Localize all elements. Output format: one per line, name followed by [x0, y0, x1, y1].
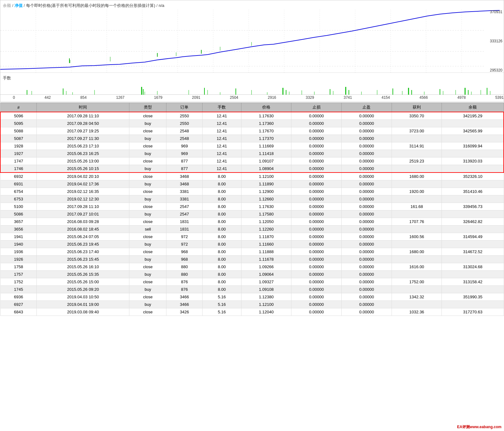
balance-col: 351410.46 [442, 188, 504, 195]
lots-col: 12.41 [203, 150, 241, 157]
price-col: 1.17370 [241, 135, 291, 142]
profit-col [392, 256, 442, 263]
sl-col: 0.00000 [291, 142, 342, 150]
x-label-10: 4154 [382, 95, 390, 100]
time-col: 2015.06.24 07:05 [37, 233, 129, 241]
tp-col: 0.00000 [342, 210, 392, 218]
profit-col: 1707.76 [392, 218, 442, 226]
time-col: 2019.04.01 19:00 [37, 301, 129, 308]
table-row: 69362019.04.03 10:50close34665.161.12380… [0, 293, 504, 301]
order-col: 1831 [166, 226, 203, 233]
type-col: buy [129, 301, 166, 308]
sl-col: 0.00000 [291, 157, 342, 165]
profit-col [392, 135, 442, 142]
table-row: 17522015.05.26 15:00close8768.001.093270… [0, 278, 504, 286]
type-col: buy [129, 135, 166, 142]
profit-col [392, 286, 442, 293]
type-col: close [129, 142, 166, 150]
tp-col: 0.00000 [342, 165, 392, 173]
x-label-7: 2916 [268, 95, 276, 100]
lots-col: 8.00 [203, 203, 241, 210]
y-label-top: 370931 [490, 10, 502, 14]
order-col: 877 [166, 157, 203, 165]
lots-col: 8.00 [203, 263, 241, 271]
tp-col: 0.00000 [342, 293, 392, 301]
id-cell: 6931 [0, 180, 37, 188]
balance-col [442, 301, 504, 308]
time-col: 2019.03.08 09:40 [37, 308, 129, 316]
lots-col: 12.41 [203, 165, 241, 173]
balance-col: 326462.82 [442, 218, 504, 226]
type-col: buy [129, 165, 166, 173]
price-col: 1.12100 [241, 301, 291, 308]
id-cell: 3657 [0, 218, 37, 226]
lots-col: 8.00 [203, 233, 241, 241]
col-header-sl: 止损 [291, 103, 342, 112]
table-row: 51002017.09.28 11:10close25478.001.17630… [0, 203, 504, 210]
price-col: 1.17630 [241, 112, 291, 120]
balance-col: 314594.49 [442, 233, 504, 241]
profit-col: 3114.91 [392, 142, 442, 150]
balance-col [442, 120, 504, 127]
table-body: 50962017.09.28 11:10close255012.411.1763… [0, 112, 504, 316]
type-col: buy [129, 150, 166, 157]
legend-net: 净值 [14, 3, 23, 8]
price-col: 1.09064 [241, 271, 291, 278]
tp-col: 0.00000 [342, 188, 392, 195]
sl-col: 0.00000 [291, 308, 342, 316]
time-col: 2015.06.23 15:45 [37, 256, 129, 263]
time-col: 2016.08.03 09:28 [37, 218, 129, 226]
time-col: 2017.09.28 11:10 [37, 112, 129, 120]
tp-col: 0.00000 [342, 112, 392, 120]
volume-chart: 手数 [0, 72, 504, 94]
balance-col: 339456.73 [442, 203, 504, 210]
sl-col: 0.00000 [291, 256, 342, 263]
tp-col: 0.00000 [342, 271, 392, 278]
balance-col [442, 150, 504, 157]
y-axis-labels: 370931 333126 295320 [490, 10, 502, 72]
lots-col: 5.16 [203, 301, 241, 308]
id-cell: 6843 [0, 308, 37, 316]
id-cell: 5088 [0, 127, 37, 135]
id-cell: 1746 [0, 165, 37, 173]
tp-col: 0.00000 [342, 256, 392, 263]
price-col: 1.11660 [241, 241, 291, 248]
lots-col: 5.16 [203, 293, 241, 301]
id-cell: 6754 [0, 188, 37, 195]
profit-col: 1680.00 [392, 248, 442, 256]
price-col: 1.11870 [241, 233, 291, 241]
legend-price: 每个即时价格(基于所有可利用的最小时段的每一个价格的分形插值计算) [26, 3, 155, 8]
sl-col: 0.00000 [291, 218, 342, 226]
price-col: 1.11888 [241, 248, 291, 256]
time-col: 2019.02.12 16:35 [37, 188, 129, 195]
time-col: 2015.06.23 19:45 [37, 241, 129, 248]
lots-col: 8.00 [203, 210, 241, 218]
tp-col: 0.00000 [342, 142, 392, 150]
sl-col: 0.00000 [291, 233, 342, 241]
type-col: close [129, 263, 166, 271]
sl-col: 0.00000 [291, 195, 342, 203]
tp-col: 0.00000 [342, 248, 392, 256]
tp-col: 0.00000 [342, 173, 392, 180]
lots-col: 12.41 [203, 120, 241, 127]
time-col: 2017.09.27 11:30 [37, 135, 129, 142]
table-row: 17452015.05.26 09:20buy8768.001.091080.0… [0, 286, 504, 293]
col-header-type: 类型 [129, 103, 166, 112]
balance-col: 352326.10 [442, 173, 504, 180]
profit-col: 3723.00 [392, 127, 442, 135]
type-col: close [129, 248, 166, 256]
price-col: 1.12380 [241, 293, 291, 301]
table-row: 17582015.05.26 16:10close8808.001.092660… [0, 263, 504, 271]
id-cell: 1745 [0, 286, 37, 293]
col-header-price: 价格 [241, 103, 291, 112]
type-col: close [129, 293, 166, 301]
sl-col: 0.00000 [291, 278, 342, 286]
lots-col: 8.00 [203, 195, 241, 203]
balance-col: 313158.42 [442, 278, 504, 286]
id-cell: 5095 [0, 120, 37, 127]
table-header-row: # 时间 类型 订单 手数 价格 止损 止盈 获利 余额 [0, 103, 504, 112]
tp-col: 0.00000 [342, 135, 392, 142]
tp-col: 0.00000 [342, 286, 392, 293]
tp-col: 0.00000 [342, 233, 392, 241]
profit-col [392, 165, 442, 173]
